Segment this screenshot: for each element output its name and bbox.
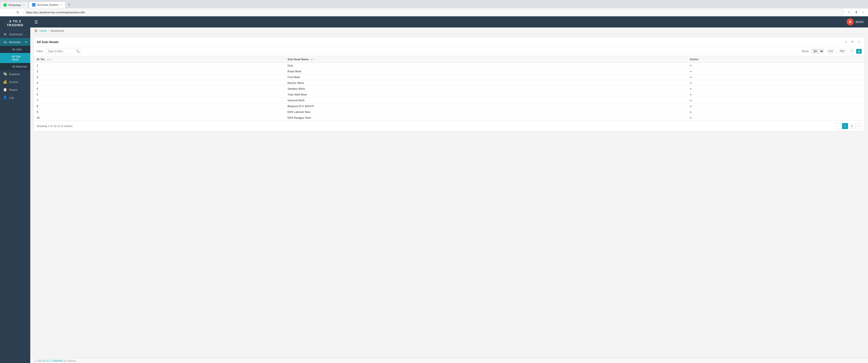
back-button[interactable]: ← bbox=[2, 9, 7, 15]
showing-text: Showing 1 to 10 of 11 entries bbox=[37, 125, 72, 128]
download-button[interactable]: ⬇ bbox=[854, 9, 859, 15]
action-menu-button[interactable]: ≡- bbox=[690, 105, 692, 108]
sidebar-item-income-label: Income bbox=[9, 80, 18, 84]
sidebar-item-all-sub-head-label: All Sub Head bbox=[12, 55, 27, 61]
action-menu-button[interactable]: ≡- bbox=[690, 87, 692, 90]
breadcrumb-current: Dashboard bbox=[51, 29, 64, 32]
action-menu-button[interactable]: ≡- bbox=[690, 81, 692, 85]
card-expand-button[interactable]: ⤢ bbox=[843, 39, 848, 44]
settings-button[interactable]: ⋮ bbox=[861, 9, 866, 15]
cell-sl: 7 bbox=[34, 98, 285, 103]
action-menu-button[interactable]: ≡- bbox=[690, 76, 692, 79]
sidebar-item-report-label: Report bbox=[9, 88, 18, 91]
show-label: Show: bbox=[802, 50, 809, 53]
sidebar-item-all-jobs[interactable]: All Jobs › bbox=[0, 46, 30, 53]
sidebar-item-accounts[interactable]: 🗂 Accounts ▼ bbox=[0, 38, 30, 46]
hamburger-icon[interactable]: ☰ bbox=[34, 20, 38, 25]
filter-label: Filter: bbox=[37, 50, 44, 53]
action-menu-button[interactable]: ≡- bbox=[690, 110, 692, 113]
forward-button[interactable]: → bbox=[8, 9, 14, 15]
breadcrumb: 🏠 Home / Dashboard bbox=[30, 28, 868, 34]
col-name: Sub Head Name ▲▼ bbox=[285, 56, 687, 63]
sidebar-item-report[interactable]: 📋 Report bbox=[0, 86, 30, 94]
bookmark-button[interactable]: ☆ bbox=[846, 9, 852, 15]
new-tab-button[interactable]: + bbox=[66, 1, 72, 8]
next-page-button[interactable]: › bbox=[856, 123, 862, 129]
cell-action: ≡- bbox=[687, 115, 865, 121]
cell-name: Tube Well Work bbox=[285, 92, 687, 98]
all-jobs-arrow: › bbox=[27, 48, 27, 51]
action-menu-button[interactable]: ≡- bbox=[690, 116, 692, 119]
table-footer: Showing 1 to 10 of 11 entries ‹ 1 2 › bbox=[34, 121, 865, 131]
breadcrumb-sep: / bbox=[48, 29, 49, 32]
table-wrap: Sl. No. ▲▼ Sub Head Name ▲▼ Action bbox=[34, 56, 865, 121]
sidebar-item-dashboard[interactable]: ⊞ Dashboard bbox=[0, 30, 30, 38]
view-list-button[interactable]: ≡ bbox=[849, 49, 854, 54]
expanse-icon: 💸 bbox=[3, 72, 7, 76]
sidebar-item-all-materials[interactable]: All Materials bbox=[0, 63, 30, 70]
reload-button[interactable]: ↻ bbox=[15, 9, 21, 15]
income-icon: 💰 bbox=[3, 80, 7, 84]
app-footer: © 2025 A TO Z TRADING by Shawon bbox=[30, 358, 868, 363]
table-row: 5 Sanitary Work ≡- bbox=[34, 86, 865, 92]
page-1-button[interactable]: 1 bbox=[842, 123, 848, 129]
home-icon: 🏠 bbox=[34, 29, 38, 32]
tab-whatsapp[interactable]: WhatsApp × bbox=[0, 1, 28, 8]
col-action: Action bbox=[687, 56, 865, 63]
filter-left: Filter: 🔍 bbox=[37, 48, 81, 54]
export-pdf-button[interactable]: PDF bbox=[837, 49, 847, 54]
sidebar-item-all-sub-head[interactable]: All Sub Head bbox=[0, 53, 30, 63]
cell-action: ≡- bbox=[687, 109, 865, 115]
cell-name: EKN Rangpur New bbox=[285, 115, 687, 121]
prev-page-button[interactable]: ‹ bbox=[835, 123, 841, 129]
tab-accounts-close[interactable]: × bbox=[61, 3, 62, 6]
cell-sl: 2 bbox=[34, 69, 285, 74]
log-icon: 👤 bbox=[3, 96, 7, 99]
sidebar: A TO Z TRADING ⊞ Dashboard 🗂 Accounts ▼ … bbox=[0, 16, 30, 363]
table-row: 1 Dulu ≡- bbox=[34, 63, 865, 69]
sidebar-item-log[interactable]: 👤 Log bbox=[0, 94, 30, 101]
cell-name: General Work bbox=[285, 98, 687, 103]
col-sl-sort-icon: ▲▼ bbox=[47, 58, 51, 61]
footer-brand-link[interactable]: A TO Z TRADING bbox=[43, 360, 63, 362]
export-csv-button[interactable]: CSV bbox=[826, 49, 836, 54]
top-bar-right: B BASIC bbox=[846, 19, 864, 26]
sidebar-item-income[interactable]: 💰 Income bbox=[0, 78, 30, 86]
cell-sl: 6 bbox=[34, 92, 285, 98]
sidebar-brand: A TO Z TRADING bbox=[0, 16, 30, 30]
action-menu-button[interactable]: ≡- bbox=[690, 64, 692, 67]
cell-action: ≡- bbox=[687, 74, 865, 80]
col-name-sort-icon: ▲▼ bbox=[310, 58, 315, 61]
footer-copyright: © 2025 bbox=[34, 360, 42, 362]
filter-input[interactable] bbox=[46, 48, 81, 54]
show-select[interactable]: 10 25 50 100 bbox=[811, 48, 824, 54]
address-input[interactable] bbox=[23, 9, 844, 15]
accounts-arrow: ▼ bbox=[25, 41, 27, 43]
browser-actions: ☆ ⬇ ⋮ bbox=[846, 9, 866, 15]
cell-sl: 4 bbox=[34, 80, 285, 86]
sidebar-item-expanse[interactable]: 💸 Expanse bbox=[0, 70, 30, 78]
col-sl-label: Sl. No. bbox=[37, 58, 45, 61]
card-close-button[interactable]: × bbox=[857, 39, 862, 44]
tab-bar: WhatsApp × Accounts System × + bbox=[0, 0, 868, 8]
user-name: BASIC bbox=[856, 21, 864, 24]
action-menu-button[interactable]: ≡- bbox=[690, 70, 692, 73]
breadcrumb-home[interactable]: Home bbox=[39, 29, 47, 32]
cell-sl: 9 bbox=[34, 109, 285, 115]
all-jobs-left: All Jobs bbox=[6, 48, 22, 51]
sidebar-item-all-materials-label: All Materials bbox=[12, 65, 27, 68]
cell-action: ≡- bbox=[687, 69, 865, 74]
action-menu-button[interactable]: ≡- bbox=[690, 99, 692, 102]
action-menu-button[interactable]: ≡- bbox=[690, 93, 692, 96]
view-grid-button[interactable]: ⊞ bbox=[856, 49, 862, 54]
browser-chrome: WhatsApp × Accounts System × + ← → ↻ ☆ ⬇… bbox=[0, 0, 868, 16]
table-row: 2 Road Work ≡- bbox=[34, 69, 865, 74]
card-refresh-button[interactable]: ⟳ bbox=[850, 39, 855, 44]
tab-whatsapp-close[interactable]: × bbox=[23, 3, 25, 7]
tab-accounts[interactable]: Accounts System × bbox=[29, 1, 66, 8]
cell-action: ≡- bbox=[687, 92, 865, 98]
accounts-icon: 🗂 bbox=[3, 40, 7, 44]
page-2-button[interactable]: 2 bbox=[849, 123, 855, 129]
right-side: ☰ B BASIC 🏠 Home / Dashboard All Sub Hea… bbox=[30, 16, 868, 363]
card-actions: ⤢ ⟳ × bbox=[843, 39, 862, 44]
